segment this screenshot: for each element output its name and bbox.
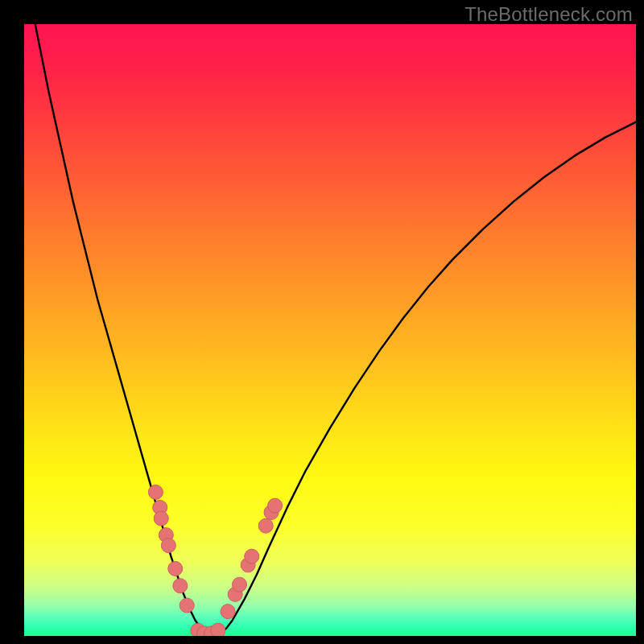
data-point [154,511,168,526]
data-point [161,539,175,553]
data-point [268,498,283,513]
chart-frame: TheBottleneck.com [0,0,644,644]
data-point [245,549,259,564]
data-point [148,485,163,499]
watermark-text: TheBottleneck.com [464,3,633,26]
data-point [173,579,188,593]
data-point [258,518,273,533]
chart-svg [24,24,636,636]
data-point [168,561,183,576]
plot-area [24,24,636,636]
data-point [180,598,194,613]
data-point [211,623,225,636]
data-point [233,577,247,592]
bottleneck-curve [24,24,636,635]
data-point [221,605,235,619]
